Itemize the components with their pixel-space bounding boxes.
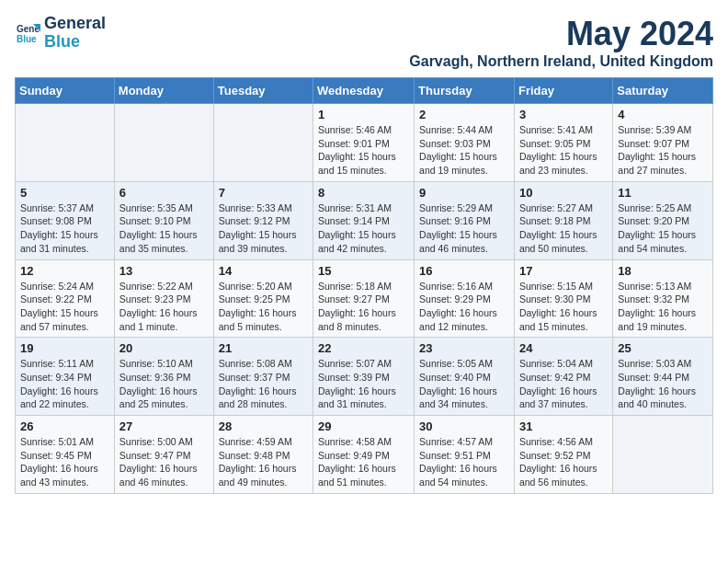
day-info: Sunrise: 5:25 AM Sunset: 9:20 PM Dayligh… bbox=[618, 201, 708, 256]
weekday-header-tuesday: Tuesday bbox=[213, 78, 313, 104]
day-info: Sunrise: 5:27 AM Sunset: 9:18 PM Dayligh… bbox=[519, 201, 608, 256]
calendar-cell: 1Sunrise: 5:46 AM Sunset: 9:01 PM Daylig… bbox=[313, 104, 415, 182]
calendar-cell: 17Sunrise: 5:15 AM Sunset: 9:30 PM Dayli… bbox=[514, 259, 612, 338]
calendar-cell: 7Sunrise: 5:33 AM Sunset: 9:12 PM Daylig… bbox=[213, 181, 313, 259]
day-info: Sunrise: 5:15 AM Sunset: 9:30 PM Dayligh… bbox=[519, 280, 608, 334]
day-number: 28 bbox=[219, 419, 308, 433]
day-number: 11 bbox=[618, 186, 708, 200]
day-info: Sunrise: 5:41 AM Sunset: 9:05 PM Dayligh… bbox=[519, 123, 608, 178]
day-info: Sunrise: 5:35 AM Sunset: 9:10 PM Dayligh… bbox=[119, 201, 209, 256]
calendar-cell: 25Sunrise: 5:03 AM Sunset: 9:44 PM Dayli… bbox=[613, 338, 713, 416]
calendar-cell: 20Sunrise: 5:10 AM Sunset: 9:36 PM Dayli… bbox=[114, 338, 213, 416]
day-info: Sunrise: 5:39 AM Sunset: 9:07 PM Dayligh… bbox=[618, 123, 708, 178]
day-info: Sunrise: 4:56 AM Sunset: 9:52 PM Dayligh… bbox=[519, 435, 608, 489]
day-number: 24 bbox=[519, 341, 608, 355]
calendar-cell: 2Sunrise: 5:44 AM Sunset: 9:03 PM Daylig… bbox=[415, 104, 515, 182]
calendar-cell bbox=[16, 104, 115, 182]
day-number: 13 bbox=[119, 264, 209, 278]
day-info: Sunrise: 5:46 AM Sunset: 9:01 PM Dayligh… bbox=[318, 123, 409, 178]
day-info: Sunrise: 5:16 AM Sunset: 9:29 PM Dayligh… bbox=[419, 280, 509, 334]
weekday-header-row: SundayMondayTuesdayWednesdayThursdayFrid… bbox=[16, 78, 713, 104]
day-info: Sunrise: 5:01 AM Sunset: 9:45 PM Dayligh… bbox=[20, 435, 109, 489]
calendar-cell: 5Sunrise: 5:37 AM Sunset: 9:08 PM Daylig… bbox=[16, 181, 115, 259]
day-number: 31 bbox=[519, 419, 608, 433]
calendar-cell: 19Sunrise: 5:11 AM Sunset: 9:34 PM Dayli… bbox=[16, 338, 115, 416]
calendar-cell: 15Sunrise: 5:18 AM Sunset: 9:27 PM Dayli… bbox=[313, 259, 415, 338]
calendar-cell: 28Sunrise: 4:59 AM Sunset: 9:48 PM Dayli… bbox=[213, 416, 313, 494]
calendar-cell: 30Sunrise: 4:57 AM Sunset: 9:51 PM Dayli… bbox=[415, 416, 515, 494]
day-number: 1 bbox=[318, 108, 409, 121]
day-info: Sunrise: 5:04 AM Sunset: 9:42 PM Dayligh… bbox=[519, 357, 608, 411]
page-header: General Blue General Blue May 2024 Garva… bbox=[15, 15, 713, 70]
day-number: 21 bbox=[219, 341, 308, 355]
calendar-cell: 18Sunrise: 5:13 AM Sunset: 9:32 PM Dayli… bbox=[613, 259, 713, 338]
day-info: Sunrise: 4:58 AM Sunset: 9:49 PM Dayligh… bbox=[318, 435, 409, 489]
calendar-cell: 10Sunrise: 5:27 AM Sunset: 9:18 PM Dayli… bbox=[514, 181, 612, 259]
title-block: May 2024 Garvagh, Northern Ireland, Unit… bbox=[409, 15, 713, 70]
calendar-cell: 12Sunrise: 5:24 AM Sunset: 9:22 PM Dayli… bbox=[16, 259, 115, 338]
calendar-cell: 26Sunrise: 5:01 AM Sunset: 9:45 PM Dayli… bbox=[16, 416, 115, 494]
calendar-cell bbox=[613, 416, 713, 494]
day-number: 16 bbox=[419, 264, 509, 278]
calendar-cell: 24Sunrise: 5:04 AM Sunset: 9:42 PM Dayli… bbox=[514, 338, 612, 416]
day-info: Sunrise: 5:24 AM Sunset: 9:22 PM Dayligh… bbox=[20, 280, 109, 334]
day-number: 10 bbox=[519, 186, 608, 200]
day-number: 19 bbox=[20, 341, 109, 355]
day-number: 6 bbox=[119, 186, 209, 200]
day-number: 18 bbox=[618, 264, 708, 278]
calendar-cell: 29Sunrise: 4:58 AM Sunset: 9:49 PM Dayli… bbox=[313, 416, 415, 494]
calendar-cell: 6Sunrise: 5:35 AM Sunset: 9:10 PM Daylig… bbox=[114, 181, 213, 259]
day-info: Sunrise: 5:31 AM Sunset: 9:14 PM Dayligh… bbox=[318, 201, 409, 256]
calendar-cell: 4Sunrise: 5:39 AM Sunset: 9:07 PM Daylig… bbox=[613, 104, 713, 182]
day-number: 8 bbox=[318, 186, 409, 200]
weekday-header-thursday: Thursday bbox=[415, 78, 515, 104]
day-number: 2 bbox=[419, 108, 509, 121]
calendar-cell: 8Sunrise: 5:31 AM Sunset: 9:14 PM Daylig… bbox=[313, 181, 415, 259]
calendar-cell: 13Sunrise: 5:22 AM Sunset: 9:23 PM Dayli… bbox=[114, 259, 213, 338]
location-title: Garvagh, Northern Ireland, United Kingdo… bbox=[409, 53, 713, 70]
calendar-cell: 22Sunrise: 5:07 AM Sunset: 9:39 PM Dayli… bbox=[313, 338, 415, 416]
day-number: 27 bbox=[119, 419, 209, 433]
calendar-cell: 23Sunrise: 5:05 AM Sunset: 9:40 PM Dayli… bbox=[415, 338, 515, 416]
day-info: Sunrise: 4:57 AM Sunset: 9:51 PM Dayligh… bbox=[419, 435, 509, 489]
day-info: Sunrise: 5:00 AM Sunset: 9:47 PM Dayligh… bbox=[119, 435, 209, 489]
calendar-cell: 14Sunrise: 5:20 AM Sunset: 9:25 PM Dayli… bbox=[213, 259, 313, 338]
day-number: 5 bbox=[20, 186, 109, 200]
day-number: 9 bbox=[419, 186, 509, 200]
day-number: 29 bbox=[318, 419, 409, 433]
weekday-header-saturday: Saturday bbox=[613, 78, 713, 104]
calendar-week-4: 19Sunrise: 5:11 AM Sunset: 9:34 PM Dayli… bbox=[16, 338, 713, 416]
day-number: 23 bbox=[419, 341, 509, 355]
day-number: 15 bbox=[318, 264, 409, 278]
day-number: 20 bbox=[119, 341, 209, 355]
calendar-body: 1Sunrise: 5:46 AM Sunset: 9:01 PM Daylig… bbox=[16, 104, 713, 494]
day-number: 7 bbox=[219, 186, 308, 200]
calendar-cell: 9Sunrise: 5:29 AM Sunset: 9:16 PM Daylig… bbox=[415, 181, 515, 259]
day-info: Sunrise: 5:07 AM Sunset: 9:39 PM Dayligh… bbox=[318, 357, 409, 411]
calendar-cell: 21Sunrise: 5:08 AM Sunset: 9:37 PM Dayli… bbox=[213, 338, 313, 416]
day-number: 14 bbox=[219, 264, 308, 278]
weekday-header-monday: Monday bbox=[114, 78, 213, 104]
day-info: Sunrise: 5:22 AM Sunset: 9:23 PM Dayligh… bbox=[119, 280, 209, 334]
day-number: 25 bbox=[618, 341, 708, 355]
calendar-table: SundayMondayTuesdayWednesdayThursdayFrid… bbox=[15, 77, 713, 494]
weekday-header-friday: Friday bbox=[514, 78, 612, 104]
day-info: Sunrise: 5:33 AM Sunset: 9:12 PM Dayligh… bbox=[219, 201, 308, 256]
day-info: Sunrise: 5:03 AM Sunset: 9:44 PM Dayligh… bbox=[618, 357, 708, 411]
day-info: Sunrise: 5:11 AM Sunset: 9:34 PM Dayligh… bbox=[20, 357, 109, 411]
month-title: May 2024 bbox=[409, 15, 713, 53]
calendar-cell bbox=[213, 104, 313, 182]
logo-text: General Blue bbox=[44, 15, 106, 52]
day-number: 12 bbox=[20, 264, 109, 278]
calendar-cell: 11Sunrise: 5:25 AM Sunset: 9:20 PM Dayli… bbox=[613, 181, 713, 259]
day-number: 17 bbox=[519, 264, 608, 278]
day-info: Sunrise: 5:37 AM Sunset: 9:08 PM Dayligh… bbox=[20, 201, 109, 256]
day-info: Sunrise: 4:59 AM Sunset: 9:48 PM Dayligh… bbox=[219, 435, 308, 489]
logo: General Blue General Blue bbox=[15, 15, 106, 52]
calendar-cell: 16Sunrise: 5:16 AM Sunset: 9:29 PM Dayli… bbox=[415, 259, 515, 338]
calendar-cell: 27Sunrise: 5:00 AM Sunset: 9:47 PM Dayli… bbox=[114, 416, 213, 494]
day-number: 26 bbox=[20, 419, 109, 433]
day-info: Sunrise: 5:08 AM Sunset: 9:37 PM Dayligh… bbox=[219, 357, 308, 411]
day-number: 3 bbox=[519, 108, 608, 121]
day-info: Sunrise: 5:44 AM Sunset: 9:03 PM Dayligh… bbox=[419, 123, 509, 178]
